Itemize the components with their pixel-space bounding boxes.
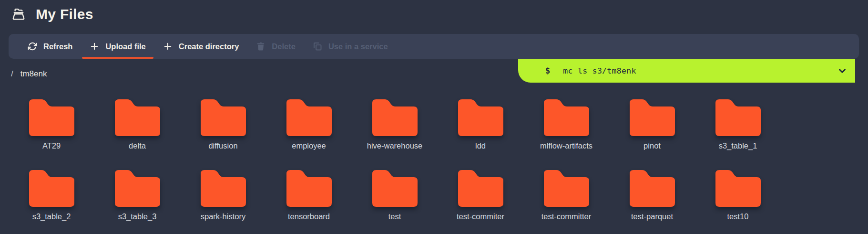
toolbar: Refresh Upload file Create directory Del…	[9, 34, 859, 59]
folder-icon	[201, 99, 246, 136]
plus-icon	[90, 42, 99, 51]
folder-icon	[115, 99, 160, 136]
folder-label: mlflow-artifacts	[540, 141, 592, 150]
breadcrumb: / tm8enk	[11, 69, 47, 79]
folder-label: s3_table_3	[118, 212, 157, 221]
folder-label: spark-history	[201, 212, 245, 221]
folder-icon	[115, 170, 160, 207]
page-title: My Files	[36, 6, 93, 22]
folder-label: test-commiter	[457, 212, 504, 221]
folder-label: hive-warehouse	[367, 141, 422, 150]
folder-tile[interactable]: test-commiter	[438, 170, 523, 221]
plus-icon	[163, 42, 173, 51]
folder-icon	[458, 170, 503, 207]
folder-icon	[372, 170, 418, 207]
folder-label: test-parquet	[631, 212, 673, 221]
refresh-icon	[28, 42, 37, 51]
refresh-label: Refresh	[43, 42, 72, 51]
folder-icon	[286, 170, 332, 207]
folder-label: test10	[727, 212, 749, 221]
folder-icon	[458, 99, 503, 136]
breadcrumb-path[interactable]: tm8enk	[20, 69, 47, 79]
folder-tile[interactable]: ldd	[438, 99, 523, 150]
folder-label: test-committer	[541, 212, 592, 221]
folder-tile[interactable]: mlflow-artifacts	[523, 99, 609, 150]
upload-file-button[interactable]: Upload file	[81, 34, 154, 59]
folder-label: delta	[129, 141, 146, 150]
breadcrumb-separator: /	[11, 69, 13, 79]
folder-tile[interactable]: tensorboard	[266, 170, 352, 221]
folder-icon	[372, 99, 418, 136]
folder-label: AT29	[42, 141, 61, 150]
command-text: mc ls s3/tm8enk	[563, 66, 636, 75]
use-in-service-label: Use in a service	[328, 42, 388, 51]
folder-tile[interactable]: s3_table_1	[695, 99, 781, 150]
chevron-down-icon[interactable]	[837, 65, 848, 76]
folder-tile[interactable]: pinot	[609, 99, 695, 150]
folder-tile[interactable]: test	[352, 170, 438, 221]
command-bar[interactable]: $ mc ls s3/tm8enk	[518, 59, 855, 83]
folder-label: diffusion	[208, 141, 237, 150]
folder-label: employee	[292, 141, 326, 150]
folder-icon	[715, 170, 761, 207]
folder-icon	[29, 99, 74, 136]
folder-tile[interactable]: employee	[266, 99, 352, 150]
create-directory-button[interactable]: Create directory	[154, 34, 248, 59]
folder-label: ldd	[475, 141, 486, 150]
folder-icon	[630, 170, 675, 207]
folder-grid: AT29 delta diffusion employee hive-wareh…	[9, 99, 781, 221]
folder-label: pinot	[643, 141, 661, 150]
folder-icon	[715, 99, 761, 136]
folder-label: tensorboard	[288, 212, 330, 221]
folder-tile[interactable]: test-parquet	[609, 170, 695, 221]
delete-label: Delete	[272, 42, 296, 51]
folder-label: s3_table_2	[32, 212, 71, 221]
folder-tile[interactable]: AT29	[9, 99, 94, 150]
folder-tile[interactable]: test10	[695, 170, 781, 221]
folder-tile[interactable]: test-committer	[523, 170, 609, 221]
folder-tile[interactable]: spark-history	[180, 170, 266, 221]
use-in-service-button[interactable]: Use in a service	[304, 34, 397, 59]
trash-icon	[256, 42, 266, 51]
folder-icon	[286, 99, 332, 136]
folder-icon	[544, 99, 589, 136]
folder-tile[interactable]: delta	[94, 99, 180, 150]
upload-file-label: Upload file	[105, 42, 145, 51]
create-directory-label: Create directory	[179, 42, 239, 51]
folder-label: test	[388, 212, 401, 221]
command-prompt: $	[545, 66, 550, 75]
folder-label: s3_table_1	[719, 141, 757, 150]
folder-tile[interactable]: s3_table_3	[94, 170, 180, 221]
refresh-button[interactable]: Refresh	[19, 34, 81, 59]
page-header: My Files	[0, 0, 868, 24]
folder-icon	[630, 99, 675, 136]
copy-icon	[313, 42, 322, 51]
folder-tile[interactable]: s3_table_2	[9, 170, 94, 221]
folder-icon	[544, 170, 589, 207]
folder-tile[interactable]: diffusion	[180, 99, 266, 150]
folder-icon	[29, 170, 74, 207]
delete-button[interactable]: Delete	[247, 34, 304, 59]
my-files-icon	[10, 6, 28, 22]
folder-tile[interactable]: hive-warehouse	[352, 99, 438, 150]
folder-icon	[201, 170, 246, 207]
